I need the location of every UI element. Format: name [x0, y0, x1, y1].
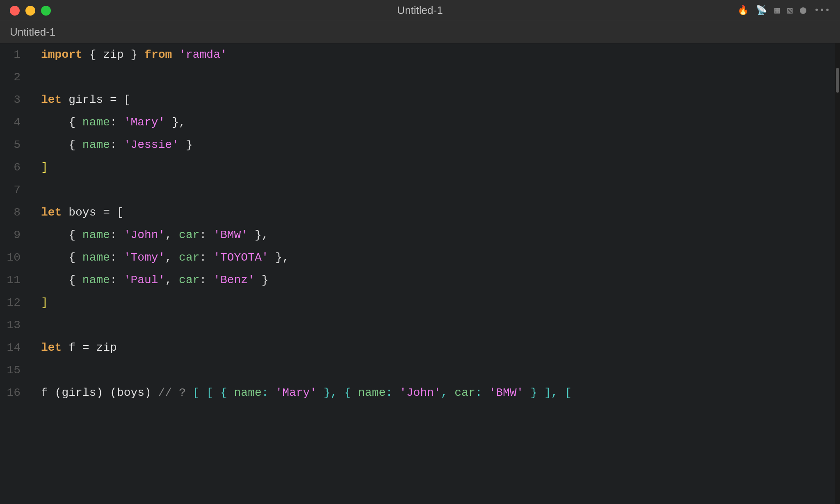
prop-name-john: name — [82, 224, 110, 246]
code-line-12: ] — [41, 291, 840, 314]
sidebar-icon[interactable]: ▧ — [787, 5, 792, 16]
line-number-15: 15 — [0, 359, 25, 381]
prop-car-john: car — [179, 224, 199, 246]
prop-car-tomy: car — [179, 246, 199, 269]
line-numbers: 1 2 3 4 5 6 7 8 9 10 11 12 13 14 15 — [0, 43, 33, 504]
tab-title[interactable]: Untitled-1 — [10, 26, 55, 39]
code-line-11: { name : 'Paul' , car : 'Benz' } — [41, 269, 840, 291]
kw-let-f: let — [41, 336, 62, 359]
code-line-8: let boys = [ — [41, 201, 840, 224]
str-toyota: 'TOYOTA' — [213, 246, 268, 269]
code-line-16: f ( girls ) ( boys ) // ? [ [ { name : '… — [41, 381, 840, 404]
code-line-7 — [41, 179, 840, 201]
code-line-1: import { zip } from 'ramda' — [41, 43, 840, 66]
line-number-6: 6 — [0, 156, 25, 179]
split-editor-icon[interactable]: ▦ — [774, 5, 780, 16]
more-options-icon[interactable]: ••• — [814, 5, 830, 16]
window-title: Untitled-1 — [397, 4, 443, 17]
str-mary: 'Mary' — [124, 111, 165, 134]
str-tomy: 'Tomy' — [124, 246, 165, 269]
app-window: Untitled-1 🔥 📡 ▦ ▧ ••• Untitled-1 1 2 3 … — [0, 0, 840, 504]
line-number-5: 5 — [0, 134, 25, 156]
prop-name-paul: name — [82, 269, 110, 291]
str-jessie: 'Jessie' — [124, 134, 179, 156]
code-line-13 — [41, 314, 840, 336]
line-number-10: 10 — [0, 246, 25, 269]
prop-name-jessie: name — [82, 134, 110, 156]
tab-bar: Untitled-1 — [0, 21, 840, 43]
flame-icon[interactable]: 🔥 — [737, 5, 749, 16]
line-number-4: 4 — [0, 111, 25, 134]
code-line-14: let f = zip — [41, 336, 840, 359]
result-output: [ [ { — [193, 381, 234, 404]
code-line-2 — [41, 66, 840, 89]
traffic-lights — [10, 6, 51, 16]
prop-name-mary: name — [82, 111, 110, 134]
scrollbar-track[interactable] — [835, 43, 840, 504]
line-number-9: 9 — [0, 224, 25, 246]
str-ramda: 'ramda' — [179, 43, 227, 66]
close-button[interactable] — [10, 6, 20, 16]
line-number-11: 11 — [0, 269, 25, 291]
str-john: 'John' — [124, 224, 165, 246]
code-line-6: ] — [41, 156, 840, 179]
bracket-close-boys: ] — [41, 291, 48, 314]
line-number-7: 7 — [0, 179, 25, 201]
str-bmw: 'BMW' — [213, 224, 248, 246]
code-line-10: { name : 'Tomy' , car : 'TOYOTA' }, — [41, 246, 840, 269]
kw-from: from — [144, 43, 172, 66]
line-number-3: 3 — [0, 89, 25, 111]
prop-car-paul: car — [179, 269, 199, 291]
comment-question: // ? — [158, 381, 193, 404]
kw-let-boys: let — [41, 201, 62, 224]
kw-let-girls: let — [41, 89, 62, 111]
scrollbar-thumb[interactable] — [836, 68, 839, 93]
toolbar-right: 🔥 📡 ▦ ▧ ••• — [737, 5, 830, 16]
str-benz: 'Benz' — [213, 269, 255, 291]
prop-name-tomy: name — [82, 246, 110, 269]
kw-import: import — [41, 43, 82, 66]
code-line-9: { name : 'John' , car : 'BMW' }, — [41, 224, 840, 246]
titlebar: Untitled-1 🔥 📡 ▦ ▧ ••• — [0, 0, 840, 21]
line-number-13: 13 — [0, 314, 25, 336]
line-number-1: 1 — [0, 43, 25, 66]
maximize-button[interactable] — [41, 6, 51, 16]
broadcast-icon[interactable]: 📡 — [756, 5, 767, 16]
code-line-4: { name : 'Mary' }, — [41, 111, 840, 134]
editor: 1 2 3 4 5 6 7 8 9 10 11 12 13 14 15 — [0, 43, 840, 504]
str-paul: 'Paul' — [124, 269, 165, 291]
line-number-8: 8 — [0, 201, 25, 224]
line-number-2: 2 — [0, 66, 25, 89]
status-dot — [800, 7, 806, 14]
code-line-15 — [41, 359, 840, 381]
line-number-16: 16 — [0, 381, 25, 404]
code-area[interactable]: import { zip } from 'ramda' let girls = … — [33, 43, 840, 504]
line-number-12: 12 — [0, 291, 25, 314]
line-number-14: 14 — [0, 336, 25, 359]
code-line-5: { name : 'Jessie' } — [41, 134, 840, 156]
minimize-button[interactable] — [25, 6, 35, 16]
code-line-3: let girls = [ — [41, 89, 840, 111]
bracket-close-girls: ] — [41, 156, 48, 179]
